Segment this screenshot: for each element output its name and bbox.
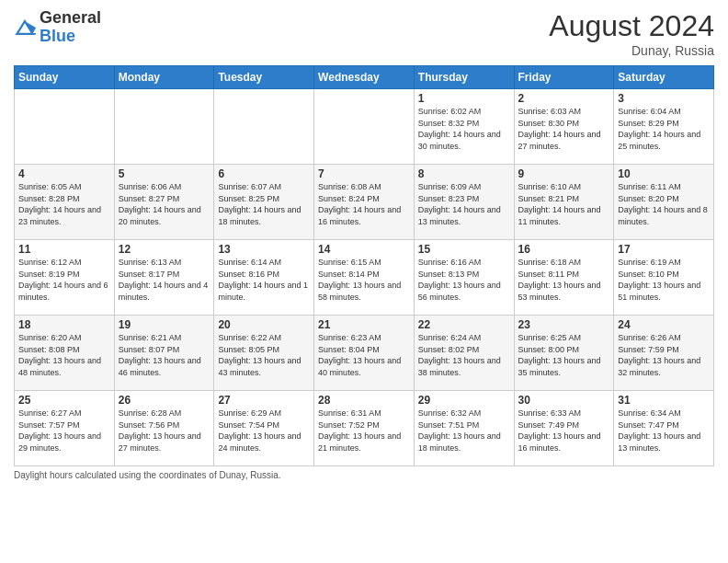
logo-text: General Blue: [40, 9, 101, 46]
day-number: 13: [218, 243, 310, 256]
day-number: 15: [418, 243, 510, 256]
logo-blue: Blue: [40, 27, 75, 45]
weekday-header-row: SundayMondayTuesdayWednesdayThursdayFrid…: [15, 66, 714, 89]
calendar-cell: 29Sunrise: 6:32 AMSunset: 7:51 PMDayligh…: [414, 391, 514, 466]
calendar-cell: 16Sunrise: 6:18 AMSunset: 8:11 PMDayligh…: [514, 240, 614, 316]
logo-icon: [14, 17, 36, 39]
day-number: 8: [418, 167, 510, 180]
calendar-week-3: 11Sunrise: 6:12 AMSunset: 8:19 PMDayligh…: [15, 240, 714, 316]
day-number: 28: [318, 394, 410, 407]
day-number: 10: [618, 167, 710, 180]
day-info: Sunrise: 6:09 AMSunset: 8:23 PMDaylight:…: [418, 181, 510, 227]
day-number: 16: [518, 243, 610, 256]
calendar-cell: 5Sunrise: 6:06 AMSunset: 8:27 PMDaylight…: [114, 165, 214, 240]
day-info: Sunrise: 6:25 AMSunset: 8:00 PMDaylight:…: [518, 332, 610, 378]
day-info: Sunrise: 6:28 AMSunset: 7:56 PMDaylight:…: [119, 408, 210, 454]
day-number: 21: [318, 318, 410, 331]
location: Dunay, Russia: [549, 43, 714, 58]
day-info: Sunrise: 6:15 AMSunset: 8:14 PMDaylight:…: [318, 257, 410, 303]
calendar-cell: 18Sunrise: 6:20 AMSunset: 8:08 PMDayligh…: [15, 316, 115, 391]
day-number: 6: [218, 167, 310, 180]
day-info: Sunrise: 6:12 AMSunset: 8:19 PMDaylight:…: [18, 257, 110, 303]
header: General Blue August 2024 Dunay, Russia: [14, 9, 714, 58]
day-info: Sunrise: 6:21 AMSunset: 8:07 PMDaylight:…: [119, 332, 210, 378]
calendar-cell: 19Sunrise: 6:21 AMSunset: 8:07 PMDayligh…: [114, 316, 214, 391]
calendar-cell: [114, 89, 214, 165]
calendar-cell: 1Sunrise: 6:02 AMSunset: 8:32 PMDaylight…: [414, 89, 514, 165]
day-number: 20: [218, 318, 310, 331]
calendar-cell: 24Sunrise: 6:26 AMSunset: 7:59 PMDayligh…: [614, 316, 714, 391]
day-info: Sunrise: 6:07 AMSunset: 8:25 PMDaylight:…: [218, 181, 310, 227]
svg-marker-1: [25, 21, 36, 34]
day-info: Sunrise: 6:23 AMSunset: 8:04 PMDaylight:…: [318, 332, 410, 378]
day-info: Sunrise: 6:31 AMSunset: 7:52 PMDaylight:…: [318, 408, 410, 454]
day-number: 23: [518, 318, 610, 331]
weekday-header-thursday: Thursday: [414, 66, 514, 89]
day-info: Sunrise: 6:10 AMSunset: 8:21 PMDaylight:…: [518, 181, 610, 227]
day-number: 7: [318, 167, 410, 180]
calendar-cell: 20Sunrise: 6:22 AMSunset: 8:05 PMDayligh…: [214, 316, 314, 391]
day-number: 18: [18, 318, 110, 331]
calendar-week-2: 4Sunrise: 6:05 AMSunset: 8:28 PMDaylight…: [15, 165, 714, 240]
day-info: Sunrise: 6:32 AMSunset: 7:51 PMDaylight:…: [418, 408, 510, 454]
day-number: 2: [518, 92, 610, 105]
day-number: 12: [119, 243, 210, 256]
calendar-cell: 26Sunrise: 6:28 AMSunset: 7:56 PMDayligh…: [114, 391, 214, 466]
calendar-cell: [15, 89, 115, 165]
calendar-cell: [314, 89, 415, 165]
day-info: Sunrise: 6:13 AMSunset: 8:17 PMDaylight:…: [119, 257, 210, 303]
calendar-cell: 8Sunrise: 6:09 AMSunset: 8:23 PMDaylight…: [414, 165, 514, 240]
weekday-header-saturday: Saturday: [614, 66, 714, 89]
calendar-cell: 30Sunrise: 6:33 AMSunset: 7:49 PMDayligh…: [514, 391, 614, 466]
day-number: 29: [418, 394, 510, 407]
logo-general: General: [40, 8, 101, 27]
calendar-cell: 13Sunrise: 6:14 AMSunset: 8:16 PMDayligh…: [214, 240, 314, 316]
day-number: 26: [119, 394, 210, 407]
calendar-week-1: 1Sunrise: 6:02 AMSunset: 8:32 PMDaylight…: [15, 89, 714, 165]
day-number: 1: [418, 92, 510, 105]
day-number: 3: [618, 92, 710, 105]
day-info: Sunrise: 6:02 AMSunset: 8:32 PMDaylight:…: [418, 106, 510, 152]
calendar-cell: 3Sunrise: 6:04 AMSunset: 8:29 PMDaylight…: [614, 89, 714, 165]
calendar-cell: 31Sunrise: 6:34 AMSunset: 7:47 PMDayligh…: [614, 391, 714, 466]
day-number: 5: [119, 167, 210, 180]
weekday-header-friday: Friday: [514, 66, 614, 89]
day-info: Sunrise: 6:29 AMSunset: 7:54 PMDaylight:…: [218, 408, 310, 454]
calendar-cell: 22Sunrise: 6:24 AMSunset: 8:02 PMDayligh…: [414, 316, 514, 391]
calendar-cell: 23Sunrise: 6:25 AMSunset: 8:00 PMDayligh…: [514, 316, 614, 391]
day-number: 30: [518, 394, 610, 407]
day-number: 4: [18, 167, 110, 180]
calendar-cell: 6Sunrise: 6:07 AMSunset: 8:25 PMDaylight…: [214, 165, 314, 240]
footer-label: Daylight hours calculated using the coor…: [14, 470, 714, 480]
day-info: Sunrise: 6:22 AMSunset: 8:05 PMDaylight:…: [218, 332, 310, 378]
day-info: Sunrise: 6:14 AMSunset: 8:16 PMDaylight:…: [218, 257, 310, 303]
day-info: Sunrise: 6:04 AMSunset: 8:29 PMDaylight:…: [618, 106, 710, 152]
calendar-cell: 12Sunrise: 6:13 AMSunset: 8:17 PMDayligh…: [114, 240, 214, 316]
day-info: Sunrise: 6:08 AMSunset: 8:24 PMDaylight:…: [318, 181, 410, 227]
calendar-cell: 10Sunrise: 6:11 AMSunset: 8:20 PMDayligh…: [614, 165, 714, 240]
month-year: August 2024: [549, 9, 714, 43]
day-number: 14: [318, 243, 410, 256]
calendar-cell: 11Sunrise: 6:12 AMSunset: 8:19 PMDayligh…: [15, 240, 115, 316]
calendar-cell: 2Sunrise: 6:03 AMSunset: 8:30 PMDaylight…: [514, 89, 614, 165]
weekday-header-sunday: Sunday: [15, 66, 115, 89]
day-number: 27: [218, 394, 310, 407]
day-info: Sunrise: 6:34 AMSunset: 7:47 PMDaylight:…: [618, 408, 710, 454]
calendar-cell: 9Sunrise: 6:10 AMSunset: 8:21 PMDaylight…: [514, 165, 614, 240]
day-number: 31: [618, 394, 710, 407]
day-info: Sunrise: 6:26 AMSunset: 7:59 PMDaylight:…: [618, 332, 710, 378]
day-number: 17: [618, 243, 710, 256]
day-info: Sunrise: 6:19 AMSunset: 8:10 PMDaylight:…: [618, 257, 710, 303]
title-block: August 2024 Dunay, Russia: [549, 9, 714, 58]
logo: General Blue: [14, 9, 101, 46]
calendar-cell: 25Sunrise: 6:27 AMSunset: 7:57 PMDayligh…: [15, 391, 115, 466]
day-number: 22: [418, 318, 510, 331]
day-info: Sunrise: 6:11 AMSunset: 8:20 PMDaylight:…: [618, 181, 710, 227]
weekday-header-tuesday: Tuesday: [214, 66, 314, 89]
day-number: 25: [18, 394, 110, 407]
day-info: Sunrise: 6:18 AMSunset: 8:11 PMDaylight:…: [518, 257, 610, 303]
calendar-cell: 21Sunrise: 6:23 AMSunset: 8:04 PMDayligh…: [314, 316, 415, 391]
calendar-table: SundayMondayTuesdayWednesdayThursdayFrid…: [14, 65, 714, 466]
daylight-hours-label: Daylight hours: [14, 470, 73, 480]
weekday-header-wednesday: Wednesday: [314, 66, 415, 89]
